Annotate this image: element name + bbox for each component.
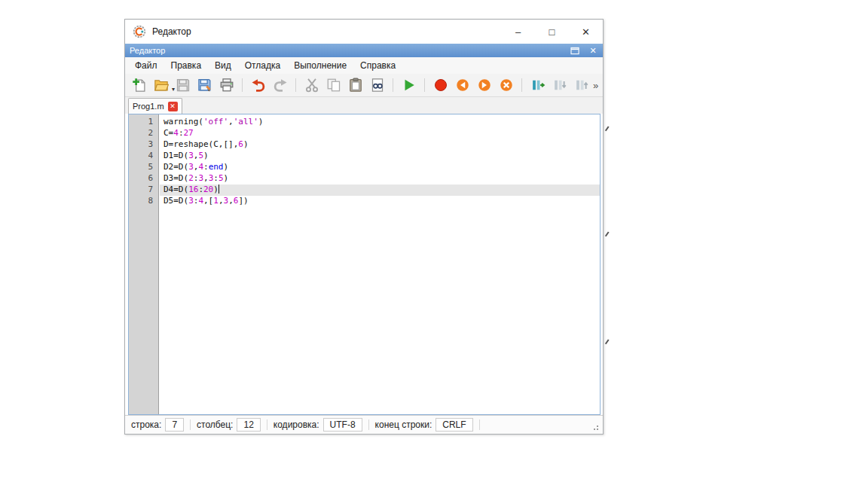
octave-logo-icon xyxy=(133,25,146,38)
maximize-button[interactable]: □ xyxy=(535,20,569,44)
step-icon[interactable] xyxy=(528,76,547,95)
toolbar-buttons: ▾ xyxy=(130,76,591,95)
code-line[interactable]: D2=D(3,4:end) xyxy=(160,162,600,173)
previous-breakpoint-icon[interactable] xyxy=(453,76,472,95)
code-token: : xyxy=(213,173,219,183)
save-icon[interactable] xyxy=(173,76,192,95)
status-value: 12 xyxy=(237,418,260,432)
code-editor[interactable]: 12345678 warning('off','all')C=4:27D=res… xyxy=(128,114,601,415)
code-line[interactable]: C=4:27 xyxy=(160,128,600,139)
status-label: столбец: xyxy=(197,419,233,430)
code-token: , xyxy=(203,173,209,183)
splitter-mark-icon xyxy=(605,126,609,131)
step-in-icon[interactable] xyxy=(550,76,569,95)
window-controls: – □ ✕ xyxy=(501,20,603,44)
status-separator xyxy=(479,419,480,430)
splitter-mark-icon xyxy=(605,231,609,236)
code-token: 3 xyxy=(188,151,194,160)
line-number[interactable]: 6 xyxy=(129,173,158,185)
tab-label: Prog1.m xyxy=(133,102,164,111)
remove-breakpoints-icon[interactable] xyxy=(497,76,515,95)
code-token: ) xyxy=(224,173,229,183)
code-token: 1 xyxy=(213,196,219,206)
copy-icon[interactable] xyxy=(324,76,343,95)
status-label: кодировка: xyxy=(274,419,319,430)
dock-splitter-handle[interactable] xyxy=(604,19,608,435)
line-number[interactable]: 4 xyxy=(129,151,158,162)
line-number[interactable]: 2 xyxy=(129,128,158,139)
code-area[interactable]: warning('off','all')C=4:27D=reshape(C,[]… xyxy=(160,114,600,414)
code-token: ) xyxy=(243,139,249,149)
close-button[interactable]: ✕ xyxy=(569,20,603,44)
tab-prog1[interactable]: Prog1.m ✕ xyxy=(128,98,182,114)
line-number[interactable]: 5 xyxy=(129,162,158,173)
cut-icon[interactable] xyxy=(302,76,321,95)
paste-icon[interactable] xyxy=(346,76,365,95)
code-line[interactable]: D1=D(3,5) xyxy=(160,151,600,162)
code-token: : xyxy=(179,128,184,138)
toolbar-separator xyxy=(393,78,393,92)
code-token: , xyxy=(219,196,224,206)
code-token: 5 xyxy=(198,151,203,160)
code-token: 4 xyxy=(198,196,203,206)
resize-grip-icon[interactable] xyxy=(591,422,598,430)
code-line[interactable]: warning('off','all') xyxy=(160,117,600,128)
line-number[interactable]: 3 xyxy=(129,139,158,151)
code-token: C= xyxy=(164,128,173,138)
next-breakpoint-icon[interactable] xyxy=(475,76,494,95)
tab-close-button[interactable]: ✕ xyxy=(168,102,178,111)
redo-icon[interactable] xyxy=(270,76,289,95)
save-as-icon[interactable] xyxy=(195,76,214,95)
title-bar[interactable]: Редактор – □ ✕ xyxy=(125,20,603,44)
line-number[interactable]: 7 xyxy=(129,185,158,196)
find-icon[interactable] xyxy=(368,76,387,95)
step-out-icon[interactable] xyxy=(572,76,591,95)
code-token: ) xyxy=(258,117,264,127)
code-line[interactable]: D3=D(2:3,3:5) xyxy=(160,173,600,185)
dock-close-button[interactable]: ✕ xyxy=(588,46,598,56)
open-icon[interactable]: ▾ xyxy=(151,76,170,95)
code-token: D2=D( xyxy=(164,162,188,172)
code-line[interactable]: D=reshape(C,[],6) xyxy=(160,139,600,151)
canvas: Редактор – □ ✕ Редактор ✕ ФайлПравкаВидО… xyxy=(0,0,868,488)
status-value: CRLF xyxy=(436,418,472,432)
run-icon[interactable] xyxy=(399,76,418,95)
menu-help[interactable]: Справка xyxy=(353,58,402,73)
status-fields: строка:7столбец:12кодировка:UTF-8конец с… xyxy=(131,418,486,432)
undo-icon[interactable] xyxy=(249,76,267,95)
tab-bar: Prog1.m ✕ xyxy=(125,97,603,114)
menu-debug[interactable]: Отладка xyxy=(238,58,287,73)
code-token: D1=D( xyxy=(164,151,188,160)
code-token: 3 xyxy=(188,196,194,206)
code-token: 'all' xyxy=(234,117,258,127)
line-number-gutter[interactable]: 12345678 xyxy=(129,114,159,414)
code-line[interactable]: D4=D(16:20) xyxy=(160,185,600,196)
code-token: 2 xyxy=(188,173,194,183)
menu-edit[interactable]: Правка xyxy=(164,58,209,73)
menu-view[interactable]: Вид xyxy=(208,58,238,73)
minimize-button[interactable]: – xyxy=(501,20,535,44)
code-token: 3 xyxy=(188,162,194,172)
code-token: 20 xyxy=(203,185,213,194)
code-token: ) xyxy=(203,151,209,160)
line-number[interactable]: 8 xyxy=(129,196,158,207)
text-caret xyxy=(219,185,219,194)
toggle-breakpoint-icon[interactable] xyxy=(431,76,450,95)
code-token: warning( xyxy=(164,117,203,127)
status-value: UTF-8 xyxy=(323,418,362,432)
print-icon[interactable] xyxy=(217,76,236,95)
line-number[interactable]: 1 xyxy=(129,117,158,128)
editor-window: Редактор – □ ✕ Редактор ✕ ФайлПравкаВидО… xyxy=(124,19,604,435)
code-line[interactable]: D5=D(3:4,[1,3,6]) xyxy=(160,196,600,207)
code-token: 27 xyxy=(184,128,194,138)
undock-button[interactable] xyxy=(570,46,580,56)
code-token: , xyxy=(228,196,234,206)
menu-file[interactable]: Файл xyxy=(128,58,164,73)
dock-header[interactable]: Редактор ✕ xyxy=(125,44,603,57)
new-script-icon[interactable] xyxy=(130,76,148,95)
status-separator xyxy=(190,419,191,430)
code-token: 4 xyxy=(198,162,203,172)
code-token: end xyxy=(209,162,224,172)
toolbar-overflow-button[interactable]: » xyxy=(591,80,601,91)
menu-run[interactable]: Выполнение xyxy=(287,58,353,73)
